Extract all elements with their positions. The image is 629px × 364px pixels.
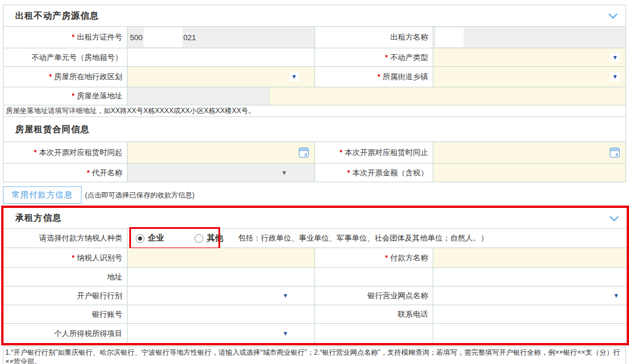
row-issue-amount: *代开名称 ▼ *本次开票金额（含税） — [3, 164, 626, 182]
bank-account-input[interactable] — [127, 305, 314, 323]
property-info-table: 出租不动产房源信息 *出租方证件号 500 021 出租方名称 不动产单元号（房… — [3, 5, 626, 182]
row-bank: 开户银行行别 ▼ 银行营业网点名称 ▼ — [3, 287, 627, 305]
district-select[interactable]: ▼ — [127, 67, 314, 87]
required-asterisk: * — [347, 169, 350, 177]
street-label: *所属街道乡镇 — [314, 67, 433, 87]
required-asterisk: * — [385, 54, 388, 62]
street-select[interactable]: ▼ — [433, 67, 626, 87]
row-lease-period: *本次开票对应租赁时间起 3 *本次开票对应租赁时间止 3 — [3, 142, 626, 164]
required-asterisk: * — [340, 149, 342, 157]
income-item-select[interactable]: ▼ — [127, 324, 314, 343]
address2-input[interactable] — [127, 268, 314, 286]
taxpayer-type-options: 企业 其他 包括：行政单位、事业单位、军事单位、社会团体及其他单位；自然人。） — [127, 229, 627, 248]
property-type-select[interactable]: ▼ — [433, 48, 626, 66]
section-title-lessee: 承租方信息 — [15, 213, 62, 224]
saved-payer-tab[interactable]: 常用付款方信息 — [3, 186, 82, 204]
lease-end-label: *本次开票对应租赁时间止 — [314, 142, 433, 163]
address2-label: 地址 — [3, 268, 127, 286]
dropdown-arrow-icon[interactable]: ▼ — [281, 291, 290, 301]
phone-label: 联系电话 — [314, 305, 433, 323]
row-account-phone: 银行账号 联系电话 — [3, 305, 627, 324]
lessor-name-label: 出租方名称 — [314, 27, 433, 48]
radio-enterprise-label: 企业 — [148, 233, 164, 243]
row-district-street: *房屋所在地行政区划 ▼ *所属街道乡镇 ▼ — [3, 67, 626, 87]
required-asterisk: * — [377, 73, 380, 81]
payer-name-label: *付款方名称 — [314, 248, 433, 267]
taxpayer-type-label: 请选择付款方纳税人种类 — [3, 229, 127, 248]
issue-name-label: *代开名称 — [3, 164, 127, 182]
empty-field-cell — [433, 324, 627, 343]
lessor-cert-prefix: 500 — [130, 33, 143, 42]
lessor-name-field — [433, 27, 626, 48]
row-address2: 地址 — [3, 268, 627, 287]
bank-branch-label: 银行营业网点名称 — [314, 287, 433, 305]
address-input[interactable] — [270, 87, 626, 105]
saved-payer-note: (点击即可选择已保存的收款方信息) — [85, 190, 195, 200]
empty-label-cell — [314, 324, 433, 343]
form-page: 出租不动产房源信息 *出租方证件号 500 021 出租方名称 不动产单元号（房… — [3, 5, 626, 364]
section-header-contract: 房屋租赁合同信息 — [3, 117, 626, 142]
address-hint: 房屋坐落地址请填写详细地址，如XX路XX号X栋XXXX或XX小区X栋XX楼XX号… — [3, 105, 626, 117]
radio-other-label: 其他 — [207, 233, 223, 243]
collapse-chevron-icon[interactable] — [609, 10, 618, 19]
phone-input[interactable] — [433, 305, 627, 323]
required-asterisk: * — [49, 73, 52, 81]
dropdown-arrow-icon[interactable]: ▼ — [289, 72, 299, 82]
calendar-icon[interactable]: 3 — [610, 148, 620, 158]
lease-start-label: *本次开票对应租赁时间起 — [3, 142, 127, 163]
dropdown-arrow-icon[interactable]: ▼ — [281, 329, 290, 338]
bank-type-select[interactable]: ▼ — [127, 287, 314, 305]
calendar-icon[interactable]: 3 — [299, 148, 309, 158]
taxpayer-id-label: *纳税人识别号 — [3, 248, 127, 267]
taxpayer-id-input[interactable] — [127, 248, 314, 267]
row-taxpayer-type: 请选择付款方纳税人种类 企业 其他 包括：行政单位、事业单位、军事单位、社会团体… — [3, 229, 627, 248]
dropdown-arrow-icon[interactable]: ▼ — [612, 291, 621, 301]
section-title-contract: 房屋租赁合同信息 — [15, 124, 90, 135]
row-income-item: 个人所得税所得项目 ▼ — [3, 324, 627, 343]
redaction-mask — [144, 27, 182, 47]
bank-branch-select[interactable]: ▼ — [433, 287, 627, 305]
lease-end-input[interactable]: 3 — [433, 142, 626, 163]
amount-input[interactable] — [433, 164, 626, 182]
required-asterisk: * — [72, 92, 75, 100]
amount-label: *本次开票金额（含税） — [314, 164, 433, 182]
radio-other[interactable]: 其他 — [195, 233, 223, 243]
row-taxpayer-id: *纳税人识别号 *付款方名称 — [3, 248, 627, 268]
income-item-label: 个人所得税所得项目 — [3, 324, 127, 343]
bank-account-label: 银行账号 — [3, 305, 127, 323]
dropdown-arrow-icon[interactable]: ▼ — [610, 53, 620, 62]
row-lessor: *出租方证件号 500 021 出租方名称 — [3, 27, 626, 48]
required-asterisk: * — [87, 169, 90, 177]
unit-no-label: 不动产单元号（房地籍号） — [3, 48, 127, 66]
redaction-mask — [436, 27, 464, 47]
section-header-lessee: 承租方信息 — [3, 208, 627, 229]
radio-selected-icon[interactable] — [136, 234, 144, 243]
required-asterisk: * — [34, 149, 37, 157]
district-label: *房屋所在地行政区划 — [3, 67, 127, 87]
row-address: *房屋坐落地址 — [3, 87, 626, 105]
radio-unselected-icon[interactable] — [195, 234, 203, 243]
issue-name-select: ▼ — [127, 164, 314, 182]
taxpayer-type-note: 包括：行政单位、事业单位、军事单位、社会团体及其他单位；自然人。） — [238, 233, 488, 243]
collapse-chevron-icon[interactable] — [610, 212, 619, 221]
dropdown-arrow-icon[interactable]: ▼ — [610, 72, 620, 82]
required-asterisk: * — [72, 254, 75, 262]
lessor-cert-field: 500 021 — [127, 27, 314, 48]
dropdown-arrow-icon: ▼ — [280, 168, 289, 178]
lessor-cert-suffix: 021 — [183, 33, 196, 42]
lease-start-input[interactable]: 3 — [127, 142, 314, 163]
address-label: *房屋坐落地址 — [3, 87, 127, 105]
required-asterisk: * — [72, 33, 75, 41]
saved-payer-row: 常用付款方信息 (点击即可选择已保存的收款方信息) — [3, 186, 626, 204]
bank-type-label: 开户银行行别 — [3, 287, 127, 305]
required-asterisk: * — [385, 254, 388, 262]
section-header-property: 出租不动产房源信息 — [3, 5, 626, 27]
row-unit-type: 不动产单元号（房地籍号） *不动产类型 ▼ — [3, 48, 626, 67]
empty-field-cell — [433, 268, 627, 286]
property-type-label: *不动产类型 — [314, 48, 433, 66]
unit-no-input[interactable] — [127, 48, 314, 66]
radio-enterprise[interactable]: 企业 — [136, 233, 164, 243]
payer-name-input[interactable] — [433, 248, 627, 267]
lessor-cert-label: *出租方证件号 — [3, 27, 127, 48]
lessee-highlight-box: 承租方信息 请选择付款方纳税人种类 企业 其他 包括：行政单位、事业单位、军事单… — [1, 206, 629, 345]
